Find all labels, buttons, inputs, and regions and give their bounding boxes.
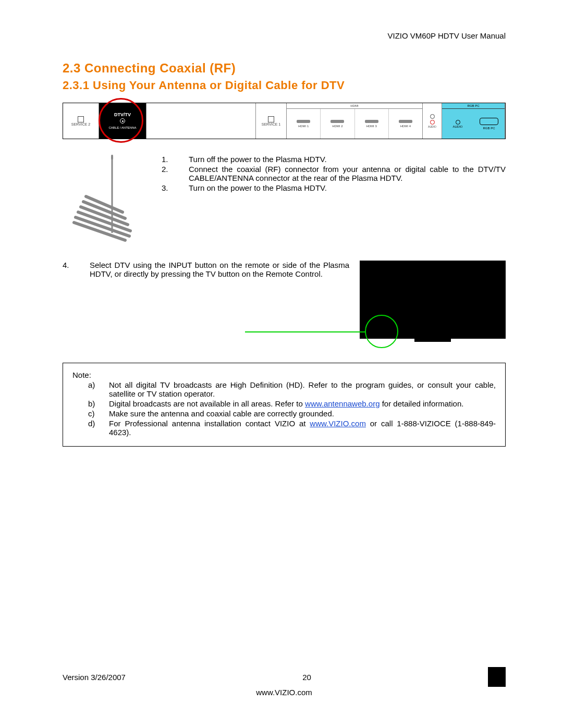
notes-title: Note:: [72, 371, 496, 379]
antennaweb-link[interactable]: www.antennaweb.org: [305, 399, 380, 408]
panel-service2: SERVICE 2: [63, 103, 99, 139]
note-text: Digital broadcasts are not available in …: [109, 399, 496, 408]
step-number: 4.: [63, 261, 90, 278]
svg-point-1: [111, 155, 113, 160]
pointer-line: [245, 331, 365, 332]
label-cable-antenna: CABLE / ANTENNA: [108, 126, 136, 130]
vizio-link[interactable]: www.VIZIO.com: [310, 419, 366, 428]
label-rgb-audio: AUDIO: [452, 125, 462, 128]
list-item: 4. Select DTV using the INPUT button on …: [63, 261, 349, 278]
panel-service1: SERVICE 1: [256, 103, 287, 139]
step-number: 3.: [162, 183, 189, 192]
tv-diagram: [360, 261, 506, 342]
label-service2: SERVICE 2: [71, 122, 90, 126]
step-text: Connect the coaxial (RF) connector from …: [189, 165, 506, 182]
step-number: 2.: [162, 165, 189, 182]
step-text: Select DTV using the INPUT button on the…: [90, 261, 349, 278]
step-text: Turn off the power to the Plasma HDTV.: [189, 155, 506, 164]
page-footer: Version 3/26/2007 20 www.VIZIO.com: [63, 667, 506, 697]
panel-rgb-group: RGB PC AUDIO RGB PC: [442, 103, 505, 139]
note-letter: a): [72, 380, 109, 398]
label-service1: SERVICE 1: [262, 122, 280, 126]
list-item: 2. Connect the coaxial (RF) connector fr…: [162, 165, 506, 182]
list-item: 1. Turn off the power to the Plasma HDTV…: [162, 155, 506, 164]
step-text: Turn on the power to the Plasma HDTV.: [189, 183, 506, 192]
label-hdmi-group: HDMI: [287, 103, 422, 109]
label-hdmi2: HDMI 2: [332, 125, 342, 128]
note-letter: d): [72, 419, 109, 437]
footer-version: Version 3/26/2007: [63, 673, 126, 682]
note-item: d) For Professional antenna installation…: [72, 419, 496, 437]
antenna-icon: [63, 155, 151, 245]
coax-connector-icon: [120, 118, 125, 124]
list-item: 3. Turn on the power to the Plasma HDTV.: [162, 183, 506, 192]
footer-page-number: 20: [126, 673, 488, 682]
label-hdmi4: HDMI 4: [400, 125, 411, 128]
note-text: Not all digital TV broadcasts are High D…: [109, 380, 496, 398]
note-item: a) Not all digital TV broadcasts are Hig…: [72, 380, 496, 398]
note-item: b) Digital broadcasts are not available …: [72, 399, 496, 408]
note-letter: c): [72, 409, 109, 418]
footer-url: www.VIZIO.com: [63, 688, 506, 697]
notes-box: Note: a) Not all digital TV broadcasts a…: [63, 363, 506, 447]
label-dtv: DTV/TV: [114, 112, 131, 118]
highlight-green-circle: [365, 315, 398, 348]
section-heading-2-3-1: 2.3.1 Using Your Antenna or Digital Cabl…: [63, 79, 506, 92]
note-text-post: for detailed information.: [380, 399, 463, 408]
label-hdmi1: HDMI 1: [298, 125, 309, 128]
label-hdmi3: HDMI 3: [366, 125, 376, 128]
note-text: Make sure the antenna and coaxial cable …: [109, 409, 496, 418]
note-text-pre: Digital broadcasts are not available in …: [109, 399, 305, 408]
note-item: c) Make sure the antenna and coaxial cab…: [72, 409, 496, 418]
section-heading-2-3: 2.3 Connecting Coaxial (RF): [63, 61, 506, 76]
panel-dtv-tv: DTV/TV CABLE / ANTENNA: [99, 103, 146, 139]
label-audio: AUDIO: [428, 125, 436, 128]
panel-spacer: [146, 103, 256, 139]
note-letter: b): [72, 399, 109, 408]
label-rgb-group: RGB PC: [442, 103, 505, 109]
footer-mark-icon: [488, 667, 506, 687]
note-text-pre: For Professional antenna installation co…: [109, 419, 310, 428]
panel-hdmi-group: HDMI HDMI 1 HDMI 2 HDMI 3 HDMI 4: [287, 103, 423, 139]
label-rgb-port: RGB PC: [483, 127, 495, 130]
steps-list: 1. Turn off the power to the Plasma HDTV…: [151, 155, 506, 193]
step-number: 1.: [162, 155, 189, 164]
page-header: VIZIO VM60P HDTV User Manual: [63, 31, 506, 40]
panel-hdmi-audio: AUDIO: [423, 103, 442, 139]
note-text: For Professional antenna installation co…: [109, 419, 496, 437]
rear-panel-diagram: SERVICE 2 DTV/TV CABLE / ANTENNA SERVICE…: [63, 103, 506, 139]
